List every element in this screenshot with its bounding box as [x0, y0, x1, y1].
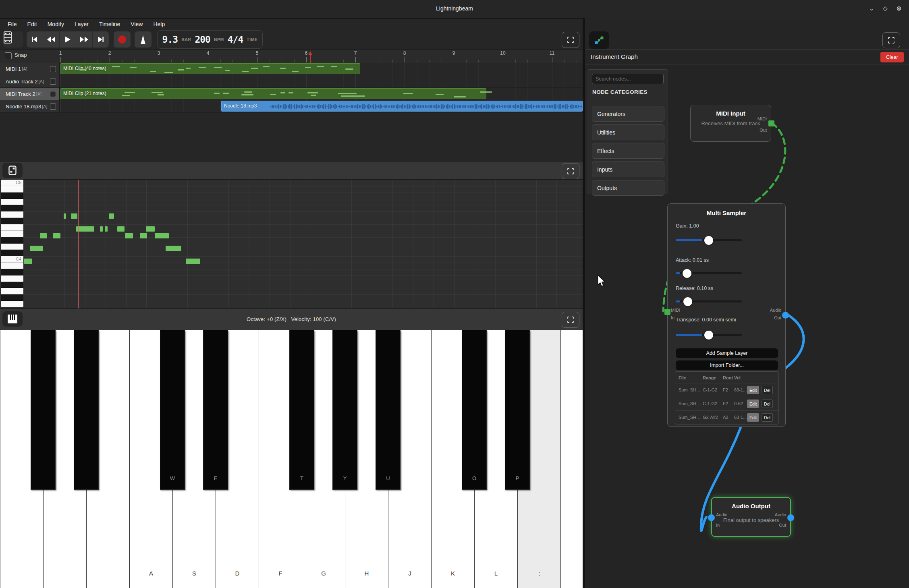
maximize-button[interactable]: ◇	[879, 0, 891, 17]
midi-note[interactable]	[140, 233, 147, 238]
minimize-button[interactable]: ⌄	[865, 0, 878, 17]
piano-roll-grid[interactable]: C5C4	[0, 180, 583, 308]
edit-button[interactable]: Edit	[747, 413, 759, 422]
playhead-marker[interactable]	[308, 51, 313, 63]
roll-key-row[interactable]	[1, 218, 23, 224]
midi-note[interactable]	[117, 226, 125, 232]
param-slider[interactable]	[676, 239, 742, 241]
track-checkbox[interactable]	[50, 66, 56, 72]
clear-button[interactable]: Clear	[880, 52, 904, 62]
roll-playhead[interactable]	[78, 180, 79, 308]
roll-key-row[interactable]	[1, 237, 23, 244]
roll-key-row[interactable]: C4	[1, 256, 23, 263]
roll-key-row[interactable]: C5	[1, 180, 23, 186]
snap-checkbox[interactable]	[5, 52, 12, 59]
slider-knob[interactable]	[683, 297, 692, 306]
delete-button[interactable]: Del	[762, 386, 773, 394]
roll-key-row[interactable]	[1, 224, 23, 231]
param-slider[interactable]	[676, 300, 742, 302]
black-key[interactable]	[74, 330, 99, 490]
menu-view[interactable]: View	[125, 19, 148, 30]
close-button[interactable]: ⊗	[893, 0, 905, 17]
skip-to-start-button[interactable]	[27, 31, 43, 48]
graph-canvas[interactable]: NODE CATEGORIES GeneratorsUtilitiesEffec…	[585, 64, 909, 588]
slider-knob[interactable]	[683, 269, 691, 278]
black-key-Y[interactable]: Y	[332, 330, 357, 490]
roll-key-row[interactable]	[1, 199, 23, 205]
add-sample-layer-button[interactable]: Add Sample Layer	[676, 348, 778, 358]
audio-out-port[interactable]	[787, 514, 794, 521]
edit-button[interactable]: Edit	[747, 386, 759, 394]
track-header-4[interactable]: Noodle 18.mp3[A]	[0, 100, 60, 112]
roll-key-row[interactable]	[1, 263, 23, 269]
midi-note[interactable]	[109, 213, 114, 219]
node-audio-output[interactable]: Audio Output Final output to speakers Au…	[711, 497, 791, 537]
piano-roll-expand-button[interactable]	[562, 163, 579, 179]
roll-key-row[interactable]	[1, 282, 23, 288]
slider-knob[interactable]	[704, 236, 713, 245]
track-header-1[interactable]: MIDI 1[A]	[0, 63, 60, 75]
timeline-ruler[interactable]: Snap 1234567891011	[0, 49, 583, 63]
node-multi-sampler[interactable]: Multi Sampler Gain: 1.00Attack: 0.01 ssR…	[667, 203, 786, 427]
play-button[interactable]	[60, 31, 76, 48]
roll-key-row[interactable]	[1, 269, 23, 275]
roll-key-row[interactable]	[1, 186, 23, 193]
record-button[interactable]	[114, 31, 131, 48]
midi-note[interactable]	[71, 213, 77, 219]
timeline-mode-button[interactable]	[3, 31, 23, 48]
black-key[interactable]	[31, 330, 56, 490]
skip-to-end-button[interactable]	[93, 31, 109, 48]
black-key-U[interactable]: U	[376, 330, 401, 490]
menu-file[interactable]: File	[2, 19, 22, 30]
delete-button[interactable]: Del	[762, 400, 773, 408]
delete-button[interactable]: Del	[762, 413, 773, 422]
audio-out-port[interactable]	[782, 312, 789, 319]
menu-layer[interactable]: Layer	[69, 19, 94, 30]
midi-note[interactable]	[155, 233, 169, 238]
midi-note[interactable]	[146, 226, 155, 232]
track-header-2[interactable]: Audio Track 2[A]	[0, 75, 60, 87]
midi-note[interactable]	[76, 226, 94, 232]
graph-mode-button[interactable]	[589, 31, 609, 49]
tempo-display[interactable]: 9.3 BAR 200 BPM 4/4 TIME	[157, 30, 263, 49]
node-midi-input[interactable]: MIDI Input Receives MIDI from track MIDI…	[690, 105, 771, 142]
midi-in-port[interactable]	[664, 309, 670, 315]
midi-note[interactable]	[166, 246, 181, 251]
black-key-P[interactable]: P	[505, 330, 530, 490]
track-checkbox[interactable]	[50, 104, 56, 110]
slider-knob[interactable]	[704, 331, 713, 340]
metronome-button[interactable]	[135, 31, 152, 48]
midi-note[interactable]	[100, 226, 103, 232]
audio-in-port[interactable]	[708, 514, 715, 521]
timeline-expand-button[interactable]	[562, 32, 579, 48]
roll-key-row[interactable]	[1, 294, 23, 301]
menu-help[interactable]: Help	[148, 19, 170, 30]
roll-key-row[interactable]	[1, 211, 23, 218]
midi-note[interactable]	[64, 213, 66, 219]
fast-forward-button[interactable]	[76, 31, 93, 48]
midi-note[interactable]	[125, 233, 133, 238]
timeline-empty-area[interactable]	[0, 113, 583, 161]
midi-note[interactable]	[186, 259, 200, 264]
black-key-O[interactable]: O	[462, 330, 487, 490]
piano-roll-mode-button[interactable]	[2, 163, 23, 178]
graph-expand-button[interactable]	[882, 32, 900, 48]
clip-midi[interactable]: MIDI Clip (21 notes)	[60, 88, 486, 99]
track-row[interactable]: MIDI Track 2[A] MIDI Clip (21 notes)	[0, 88, 583, 100]
track-row[interactable]: MIDI 1[A] MIDI Clip (40 notes)	[0, 63, 583, 75]
roll-key-row[interactable]	[1, 275, 23, 282]
track-checkbox[interactable]	[50, 91, 56, 97]
black-key-E[interactable]: E	[203, 330, 228, 490]
keyboard-mode-button[interactable]	[2, 311, 23, 327]
roll-key-row[interactable]	[1, 244, 23, 250]
clip-audio[interactable]: Noodle 18.mp3	[221, 101, 583, 112]
clip-midi[interactable]: MIDI Clip (40 notes)	[60, 63, 360, 74]
import-folder-button[interactable]: Import Folder...	[676, 360, 778, 370]
midi-note[interactable]	[53, 233, 60, 238]
midi-note[interactable]	[24, 259, 32, 264]
param-slider[interactable]	[676, 272, 742, 274]
menu-timeline[interactable]: Timeline	[94, 19, 125, 30]
track-checkbox[interactable]	[50, 79, 56, 85]
track-row[interactable]: Audio Track 2[A]	[0, 75, 583, 88]
roll-key-row[interactable]	[1, 231, 23, 237]
